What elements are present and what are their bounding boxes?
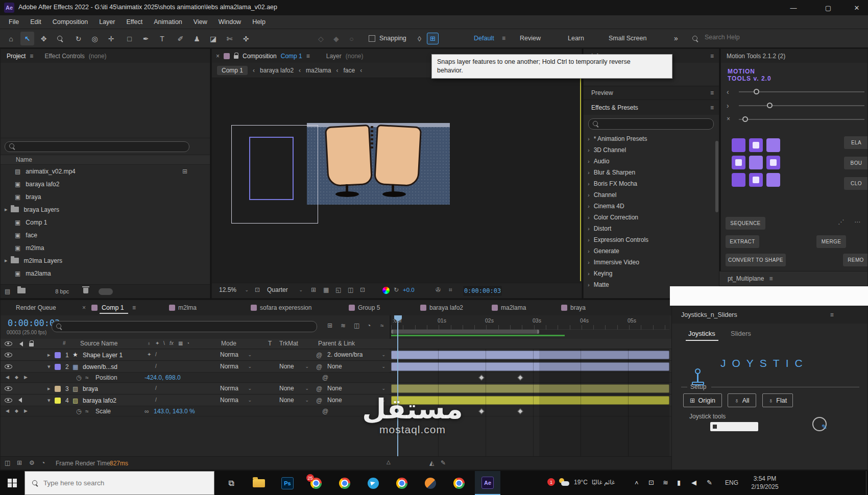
tab-effect-controls[interactable]: Effect Controls xyxy=(44,53,84,60)
layer-color-swatch[interactable] xyxy=(55,386,61,392)
tab-sliders[interactable]: Sliders xyxy=(731,330,751,337)
table-row[interactable]: ▾ 2 ▦ dowen/b...sd / Norma⌄ None⌄ @ None… xyxy=(1,361,672,373)
property-value[interactable]: -424.0, 698.0 xyxy=(144,374,181,381)
layer-color-swatch[interactable] xyxy=(55,398,61,404)
maximize-button[interactable]: ▢ xyxy=(815,0,841,15)
column-t[interactable]: T xyxy=(268,340,272,347)
trkmat-select[interactable]: None⌄ xyxy=(279,385,309,392)
collapse-switch-icon[interactable]: ✦ xyxy=(147,352,151,357)
table-row[interactable]: ▾ 4 ▨ baraya lafo2 / Norma⌄ None⌄ @ None… xyxy=(1,395,672,406)
tab-project[interactable]: Project xyxy=(7,53,26,60)
breadcrumb-item[interactable]: face xyxy=(343,67,355,74)
show-snapshot-icon[interactable]: ⌗ xyxy=(449,286,452,293)
taskbar-search[interactable] xyxy=(25,471,214,495)
interpret-footage-icon[interactable]: ▤ xyxy=(5,288,10,295)
motion-blur-toggle-icon[interactable]: ⚙ xyxy=(29,459,35,466)
snap-option-icon[interactable]: ◊ xyxy=(413,32,426,45)
effects-category[interactable]: ›Immersive Video xyxy=(584,257,719,268)
roto-brush-tool-icon[interactable]: ✄ xyxy=(223,32,236,45)
breadcrumb-comp1[interactable]: Comp 1 xyxy=(217,66,248,75)
list-item[interactable]: ▤ animatix_v02.mp4 ⊞ xyxy=(1,165,210,178)
list-item[interactable]: ▸ braya Layers xyxy=(1,203,210,216)
effects-category[interactable]: ›Boris FX Mocha xyxy=(584,178,719,189)
quality-switch-icon[interactable]: \ xyxy=(163,340,165,346)
sequence-button[interactable]: SEQUENCE xyxy=(726,217,765,230)
add-keyframe-icon[interactable]: ◆ xyxy=(15,408,18,413)
shape-tool-icon[interactable]: □ xyxy=(123,32,136,45)
rotation-tool-icon[interactable]: ↻ xyxy=(71,32,85,45)
workspace-review[interactable]: Review xyxy=(520,35,541,42)
tab-effects-presets[interactable]: Effects & Presets xyxy=(591,104,638,111)
extract-button[interactable]: EXTRACT xyxy=(726,235,759,248)
list-item[interactable]: ▣ face xyxy=(1,229,210,241)
effects-category[interactable]: ›* Animation Presets xyxy=(584,133,719,144)
tray-notification-badge[interactable]: 1 xyxy=(547,478,555,486)
parent-pickwhip-icon[interactable]: @ xyxy=(316,385,322,392)
render-queue-close-icon[interactable]: × xyxy=(82,304,86,311)
effects-category[interactable]: ›Channel xyxy=(584,189,719,201)
resolution-select[interactable]: Quarter⌄ xyxy=(267,286,303,293)
preset-swatch[interactable] xyxy=(749,138,763,152)
visibility-eye-icon[interactable] xyxy=(5,398,12,403)
layer-name[interactable]: braya xyxy=(83,385,98,392)
mask-visibility-icon[interactable]: ◱ xyxy=(335,286,341,293)
keyframe-diamond[interactable] xyxy=(517,375,523,380)
frame-blend-icon[interactable]: ◫ xyxy=(354,322,359,329)
slider-knob[interactable] xyxy=(742,116,748,122)
pt-multiplane-header[interactable]: pt_Multiplane ≡ xyxy=(719,271,868,286)
slider-knob[interactable] xyxy=(767,103,773,108)
effects-category[interactable]: ›Keying xyxy=(584,268,719,279)
tray-language[interactable]: ENG xyxy=(725,479,738,486)
motion-tools-title[interactable]: Motion Tools 2.1.2 (2) xyxy=(727,53,785,60)
quality-switch-icon[interactable]: / xyxy=(155,397,157,403)
composition-minimap-icon[interactable]: ⊞ xyxy=(327,322,332,329)
layer-duration-bar[interactable] xyxy=(391,384,669,393)
tray-expand-icon[interactable]: ˄ xyxy=(635,479,639,487)
collapse-arrow-icon[interactable]: ▾ xyxy=(47,363,51,370)
parent-pickwhip-icon[interactable]: @ xyxy=(316,352,322,359)
visibility-eye-icon[interactable] xyxy=(5,353,12,357)
snapshot-camera-icon[interactable]: ✇ xyxy=(436,286,441,293)
column-trkmat[interactable]: TrkMat xyxy=(279,340,298,347)
parent-pickwhip-icon[interactable]: @ xyxy=(316,363,322,370)
quality-switch-icon[interactable]: / xyxy=(155,385,157,391)
pt-multiplane-menu-icon[interactable]: ≡ xyxy=(769,275,773,282)
visibility-eye-icon[interactable] xyxy=(5,386,12,391)
frame-blend-toggle-icon[interactable]: ⊞ xyxy=(17,459,22,466)
property-label[interactable]: Scale xyxy=(95,408,111,415)
expand-arrow-icon[interactable]: ▸ xyxy=(5,206,8,213)
taskbar-chrome-2[interactable] xyxy=(332,471,357,495)
workspace-default[interactable]: Default xyxy=(474,35,494,42)
trkmat-select[interactable]: None⌄ xyxy=(279,363,309,370)
start-button[interactable] xyxy=(0,471,25,495)
effects-category[interactable]: ›Color Correction xyxy=(584,212,719,223)
effects-category[interactable]: ›Audio xyxy=(584,156,719,167)
tab-preview[interactable]: Preview xyxy=(591,89,613,96)
taskbar-photoshop[interactable]: Ps xyxy=(275,471,300,495)
workspace-menu-icon[interactable]: ≡ xyxy=(502,35,505,42)
puppet-pin-tool-icon[interactable]: ✜ xyxy=(239,32,253,45)
tab-composition[interactable]: Composition xyxy=(243,53,277,60)
effects-category[interactable]: ›Blur & Sharpen xyxy=(584,167,719,178)
breadcrumb-item[interactable]: ma2lama xyxy=(306,67,331,74)
menu-composition[interactable]: Composition xyxy=(47,15,93,29)
search-help-icon[interactable] xyxy=(692,36,698,43)
timeline-ruler[interactable]: :00f 01s 02s 03s 04s 05s xyxy=(391,315,669,330)
property-label[interactable]: Position xyxy=(95,374,117,381)
property-row[interactable]: ◀ ◆ ▶ ◷ ≈ Scale ∞ 143.0, 143.0 % @ xyxy=(1,407,672,416)
tray-network-icon[interactable]: ≋ xyxy=(663,479,668,486)
effects-category[interactable]: ›Expression Controls xyxy=(584,234,719,245)
taskbar-orange-app[interactable] xyxy=(418,471,443,495)
taskbar-telegram[interactable] xyxy=(360,471,386,495)
snap-features-button[interactable]: ⊞ xyxy=(427,33,439,44)
type-tool-icon[interactable]: T xyxy=(155,32,169,45)
fx-switch-icon[interactable]: fx xyxy=(170,340,174,346)
bounce-button[interactable]: BOU xyxy=(844,157,868,169)
effects-search-box[interactable] xyxy=(588,118,714,130)
edit-pen-icon[interactable]: ✎ xyxy=(441,459,446,466)
parent-select[interactable]: None⌄ xyxy=(327,363,385,370)
current-time-indicator-line[interactable] xyxy=(397,315,398,456)
keyframe-diamond[interactable] xyxy=(478,408,484,414)
audio-speaker-icon[interactable] xyxy=(16,398,22,403)
lock-icon[interactable] xyxy=(234,55,238,59)
